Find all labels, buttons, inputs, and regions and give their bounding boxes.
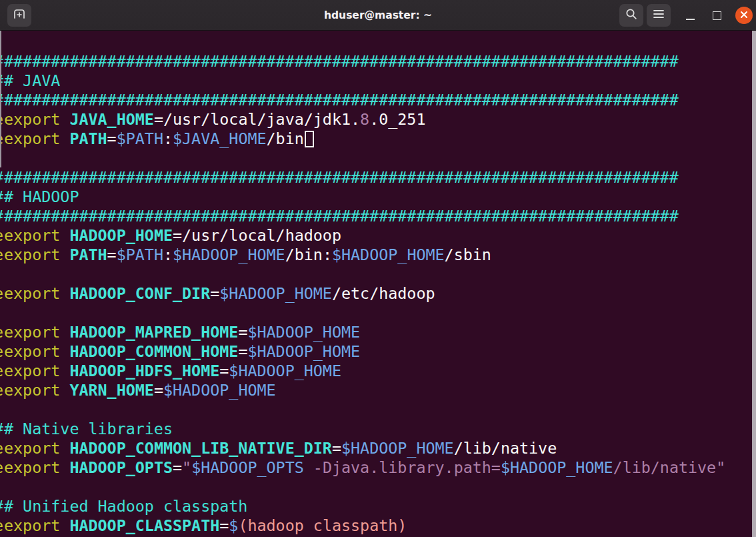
terminal-lines: ########################################… (4, 52, 756, 536)
code-segment: export (4, 110, 69, 129)
terminal-line: export HADOOP_MAPRED_HOME=$HADOOP_HOME (4, 323, 756, 342)
terminal-cursor (305, 131, 314, 147)
terminal-line (0, 478, 3, 497)
code-segment: $JAVA_HOME (173, 129, 267, 148)
code-segment: HADOOP_MAPRED_HOME (69, 323, 238, 342)
code-segment: YARN_HOME (69, 381, 154, 400)
terminal-line: export PATH=$PATH:$HADOOP_HOME/bin:$HADO… (4, 245, 756, 265)
left-edge-bar (0, 31, 1, 167)
code-segment: /bin (267, 129, 304, 148)
terminal-line: export YARN_HOME=$HADOOP_HOME (0, 381, 3, 400)
code-segment: = (154, 381, 163, 400)
code-segment: = (219, 516, 229, 535)
code-segment: JAVA_HOME (69, 110, 154, 129)
code-segment: (hadoop classpath) (238, 516, 407, 535)
minimize-button[interactable] (681, 4, 699, 27)
code-segment: export (4, 342, 69, 361)
code-segment: export (0, 516, 3, 535)
scrollbar[interactable] (752, 31, 756, 537)
terminal-line: ########################################… (4, 207, 756, 226)
code-segment: $HADOOP_HOME (219, 284, 332, 303)
terminal-line: export HADOOP_MAPRED_HOME=$HADOOP_HOME (0, 323, 3, 342)
new-tab-icon (11, 6, 27, 25)
terminal-line: # Native libraries (0, 420, 3, 439)
code-segment: export (0, 245, 3, 264)
terminal-line: export HADOOP_HOME=/usr/local/hadoop (4, 226, 756, 245)
code-segment: ########################################… (4, 207, 679, 225)
terminal-screen[interactable]: ########################################… (0, 31, 756, 537)
code-segment: ########################################… (0, 168, 3, 187)
terminal-line: ########################################… (4, 168, 756, 187)
code-segment: export (0, 342, 3, 361)
terminal-line: # Unified Hadoop classpath (4, 497, 756, 516)
maximize-button[interactable] (708, 4, 725, 27)
code-segment: export (0, 362, 3, 380)
code-segment: $PATH (117, 129, 163, 148)
code-segment: $HADOOP_HOME (341, 439, 454, 458)
terminal-line (0, 304, 3, 323)
terminal-line: # Unified Hadoop classpath (0, 497, 3, 516)
menu-icon (653, 9, 665, 22)
code-segment: # Native libraries (4, 420, 173, 438)
terminal-line: export HADOOP_CLASSPATH=$(hadoop classpa… (4, 516, 756, 536)
code-segment: $HADOOP_HOME (173, 245, 285, 264)
code-segment: /bin: (285, 245, 332, 264)
code-segment: $HADOOP_HOME (332, 245, 445, 264)
terminal-line: export HADOOP_COMMON_HOME=$HADOOP_HOME (4, 342, 756, 362)
terminal-line (4, 304, 756, 323)
terminal-line: export HADOOP_COMMON_HOME=$HADOOP_HOME (0, 342, 3, 362)
code-segment: =/usr/local/hadoop (173, 226, 341, 245)
code-segment: .0_251 (369, 110, 425, 129)
code-segment: $HADOOP_HOME (163, 381, 276, 400)
code-segment: $HADOOP_HOME (229, 362, 341, 380)
code-segment: export (4, 226, 69, 245)
terminal-line: export HADOOP_CLASSPATH=$(hadoop classpa… (0, 516, 3, 536)
terminal-line (4, 478, 756, 497)
code-segment: HADOOP_HOME (69, 226, 173, 245)
terminal-line: export HADOOP_HDFS_HOME=$HADOOP_HOME (0, 362, 3, 381)
new-tab-button[interactable] (7, 4, 31, 27)
terminal-line: # Native libraries (4, 420, 756, 439)
code-segment: # HADOOP (0, 187, 3, 206)
code-segment: $HADOOP_HOME (501, 458, 613, 477)
code-segment: # Native libraries (0, 420, 3, 438)
code-segment: -Djava.library.path= (304, 458, 501, 477)
code-segment: ########################################… (0, 207, 3, 225)
code-segment: $HADOOP_HOME (247, 342, 360, 361)
terminal-line (0, 400, 3, 420)
code-segment: /etc/hadoop (332, 284, 435, 303)
terminal-line: export HADOOP_COMMON_LIB_NATIVE_DIR=$HAD… (4, 439, 756, 458)
code-segment: = (173, 458, 182, 477)
code-segment: ########################################… (4, 168, 679, 187)
code-segment: = (238, 342, 247, 361)
close-icon (739, 9, 749, 22)
terminal-line: ########################################… (4, 52, 756, 71)
terminal-line: export HADOOP_CONF_DIR=$HADOOP_HOME/etc/… (4, 284, 756, 304)
terminal-line (0, 265, 3, 284)
code-segment: export (0, 381, 3, 400)
code-segment: $HADOOP_OPTS (191, 458, 304, 477)
code-segment: 8 (360, 110, 369, 129)
code-segment: HADOOP_CONF_DIR (69, 284, 210, 303)
terminal-line: export HADOOP_OPTS="$HADOOP_OPTS -Djava.… (4, 458, 756, 478)
code-segment: export (4, 458, 69, 477)
code-segment: = (210, 284, 219, 303)
code-segment: HADOOP_OPTS (69, 458, 173, 477)
code-segment: $PATH (117, 245, 163, 264)
code-segment: export (4, 362, 69, 380)
close-button[interactable] (735, 7, 753, 24)
search-icon (625, 7, 638, 23)
code-segment: HADOOP_HDFS_HOME (69, 362, 219, 380)
code-segment: = (238, 323, 247, 342)
menu-button[interactable] (647, 4, 671, 27)
terminal-line: export HADOOP_OPTS="$HADOOP_OPTS -Djava.… (0, 458, 3, 478)
terminal-window: hduser@master: ~ (0, 0, 756, 537)
code-segment: export (4, 516, 69, 535)
search-button[interactable] (619, 4, 643, 27)
code-segment: export (4, 439, 69, 458)
terminal-line: # HADOOP (4, 187, 756, 207)
code-segment: : (163, 245, 173, 264)
code-segment: # Unified Hadoop classpath (0, 497, 3, 516)
code-segment: export (0, 458, 3, 477)
code-segment: HADOOP_CLASSPATH (69, 516, 219, 535)
